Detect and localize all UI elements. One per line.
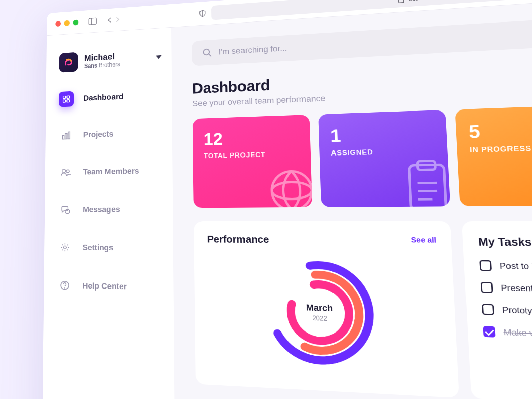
help-icon [57, 277, 73, 294]
sidebar-item-help[interactable]: Help Center [53, 277, 163, 296]
stat-card-in-progress[interactable]: 5 IN PROGRESS [455, 104, 532, 206]
chart-year: 2022 [306, 314, 334, 322]
sidebar-item-label: Team Members [83, 166, 139, 177]
lock-icon [398, 0, 405, 3]
shield-icon[interactable] [199, 9, 206, 18]
panel-title: My Tasks [478, 235, 532, 249]
task-label: Prototyping [502, 305, 532, 316]
bar-chart-icon [58, 128, 74, 143]
chart-month: March [306, 302, 333, 313]
maximize-window-icon[interactable] [73, 19, 78, 25]
panel-title: Performance [207, 233, 269, 246]
window-controls [55, 19, 78, 27]
sidebar: Michael Sans Brothers Dashboard [42, 28, 175, 399]
sidebar-item-label: Help Center [82, 281, 127, 292]
minimize-window-icon[interactable] [64, 20, 70, 26]
browser-window: sansbrothers.com/dashboard Michael San [42, 0, 532, 399]
svg-rect-5 [67, 96, 69, 98]
svg-line-19 [209, 54, 211, 57]
sidebar-item-label: Projects [83, 129, 113, 139]
performance-donut-chart: March 2022 [261, 256, 381, 372]
search-placeholder: I'm searching for... [219, 43, 287, 57]
sidebar-item-settings[interactable]: Settings [54, 239, 163, 256]
sidebar-item-projects[interactable]: Projects [55, 125, 162, 144]
sidebar-toggle-icon[interactable] [88, 17, 96, 25]
clipboard-icon [400, 154, 450, 207]
stat-cards: 12 TOTAL PROJECT 1 ASSIGNED 5 IN PROGRES… [193, 99, 532, 208]
stat-label: IN PROGRESS [470, 143, 532, 154]
task-label: Presentation to the team [501, 283, 532, 295]
svg-rect-10 [65, 133, 67, 139]
chat-icon [58, 202, 73, 217]
svg-point-12 [62, 169, 65, 173]
chevron-down-icon [156, 54, 161, 61]
main-content: I'm searching for... Dashboard See your … [171, 0, 532, 399]
checkbox-checked-icon[interactable] [483, 326, 496, 337]
sidebar-item-label: Dashboard [83, 92, 123, 103]
task-label: Post to Dribbble [499, 261, 532, 272]
search-icon [202, 48, 212, 58]
gear-icon [57, 239, 73, 255]
stat-value: 5 [468, 118, 532, 143]
stat-value: 12 [203, 126, 299, 149]
task-label: Make visual design [503, 327, 532, 340]
stat-label: TOTAL PROJECT [204, 150, 300, 160]
svg-rect-9 [62, 136, 64, 139]
sidebar-item-label: Messages [83, 205, 120, 214]
task-item[interactable]: Make visual design [483, 326, 532, 346]
sidebar-item-label: Settings [83, 242, 114, 252]
svg-rect-11 [68, 132, 70, 139]
sidebar-item-dashboard[interactable]: Dashboard [55, 87, 162, 107]
stat-value: 1 [330, 122, 435, 146]
svg-line-24 [418, 183, 437, 183]
svg-point-18 [203, 49, 209, 55]
grid-icon [59, 91, 74, 107]
address-bar-url: sansbrothers.com/dashboard [409, 0, 510, 3]
svg-point-15 [64, 246, 66, 249]
performance-panel: Performance See all [194, 221, 459, 398]
svg-rect-2 [399, 0, 404, 3]
svg-rect-22 [409, 165, 446, 207]
checkbox-icon[interactable] [481, 282, 493, 293]
brand-logo-icon [59, 52, 78, 73]
user-menu[interactable]: Michael Sans Brothers [56, 47, 162, 73]
svg-point-21 [272, 182, 312, 199]
sidebar-item-team[interactable]: Team Members [55, 163, 162, 180]
checkbox-icon[interactable] [479, 260, 492, 271]
checkbox-icon[interactable] [482, 304, 494, 315]
forward-icon[interactable] [114, 16, 121, 23]
close-window-icon[interactable] [55, 21, 61, 27]
svg-point-13 [66, 170, 69, 173]
see-all-link[interactable]: See all [411, 236, 437, 245]
users-icon [58, 164, 73, 180]
svg-point-20 [271, 171, 312, 208]
sidebar-item-messages[interactable]: Messages [54, 201, 163, 218]
svg-rect-0 [89, 18, 96, 25]
globe-icon [263, 161, 312, 208]
back-icon[interactable] [106, 16, 114, 24]
svg-rect-4 [63, 96, 65, 99]
task-item[interactable]: Prototyping [482, 304, 532, 322]
svg-marker-3 [156, 55, 161, 59]
stat-card-assigned[interactable]: 1 ASSIGNED [318, 110, 450, 207]
svg-rect-7 [67, 100, 69, 102]
svg-line-25 [418, 191, 437, 191]
svg-point-17 [64, 288, 65, 288]
task-item[interactable]: Post to Dribbble [479, 260, 532, 275]
stat-card-total-project[interactable]: 12 TOTAL PROJECT [193, 115, 312, 208]
my-tasks-panel: My Tasks Post to Dribbble [462, 221, 532, 399]
svg-rect-6 [63, 100, 65, 102]
task-item[interactable]: Presentation to the team [481, 282, 532, 299]
